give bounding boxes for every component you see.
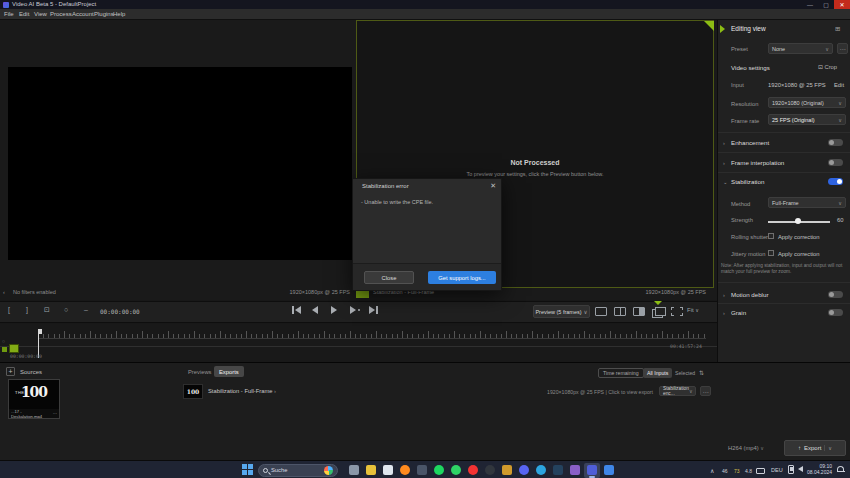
tray-stat-3[interactable]: 4.8: [745, 468, 752, 474]
speaker-icon[interactable]: [798, 466, 803, 472]
strength-slider-knob[interactable]: [795, 218, 801, 224]
export-button[interactable]: ↑ Export ∨: [784, 440, 846, 456]
start-button-icon[interactable]: [242, 464, 253, 475]
chevron-right-icon[interactable]: ›: [723, 310, 725, 316]
whatsapp-icon[interactable]: [448, 463, 464, 478]
skip-start-button[interactable]: [292, 306, 301, 314]
time-remaining-button[interactable]: Time remaining: [598, 368, 644, 378]
menu-file[interactable]: File: [4, 11, 14, 17]
menu-view[interactable]: View: [34, 11, 47, 17]
source-thumbnail[interactable]: THE 100 ...17 - Deskalation.mp4 ⋯: [8, 379, 60, 419]
format-dropdown[interactable]: H264 (mp4) ∨: [728, 445, 764, 451]
language-indicator[interactable]: DEU: [771, 467, 783, 473]
tab-exports[interactable]: Exports: [214, 366, 244, 377]
mail-app-icon[interactable]: [601, 463, 617, 478]
clock[interactable]: 09:10 08.04.2024: [806, 463, 832, 476]
enhancement-section[interactable]: Enhancement: [731, 139, 769, 146]
interpolation-section[interactable]: Frame interpolation: [731, 159, 784, 166]
collapse-left-icon[interactable]: ‹: [3, 289, 5, 295]
view-compare-icon[interactable]: [652, 307, 664, 316]
preset-menu-button[interactable]: ⋯: [837, 43, 848, 54]
chevron-right-icon[interactable]: ›: [723, 140, 725, 146]
resolution-select[interactable]: 1920×1080 (Original) ∨: [768, 97, 846, 108]
notepad-icon[interactable]: [380, 463, 396, 478]
preset-select[interactable]: None ∨: [768, 43, 833, 54]
timeline[interactable]: ○ 00:00:00:00 00:41:57:24: [0, 324, 717, 362]
trim-in-icon[interactable]: [: [8, 306, 10, 313]
playhead-flag[interactable]: [38, 329, 42, 334]
enhancement-toggle[interactable]: [828, 139, 843, 146]
motion-deblur-toggle[interactable]: [828, 291, 843, 298]
video-ai-icon[interactable]: [584, 463, 600, 478]
add-source-button[interactable]: +: [6, 367, 15, 376]
navy-app-icon[interactable]: [550, 463, 566, 478]
grain-toggle[interactable]: [828, 309, 843, 316]
export-info-label[interactable]: 1920×1080px @ 25 FPS | Click to view exp…: [470, 389, 653, 395]
discord-icon[interactable]: [516, 463, 532, 478]
crop-button[interactable]: ⊡ Crop: [818, 64, 837, 70]
steam-icon[interactable]: [482, 463, 498, 478]
jittery-motion-checkbox[interactable]: [768, 250, 774, 256]
dialog-close-icon[interactable]: ✕: [490, 182, 496, 190]
firefox-icon[interactable]: [397, 463, 413, 478]
source-menu-icon[interactable]: ⋯: [53, 411, 57, 416]
tray-overflow-icon[interactable]: ∧: [710, 467, 714, 474]
menu-account[interactable]: Account: [72, 11, 94, 17]
all-inputs-button[interactable]: All Inputs: [643, 368, 672, 378]
view-single-icon[interactable]: [595, 307, 607, 316]
panel-collapse-icon[interactable]: [720, 25, 725, 33]
photos-icon[interactable]: [414, 463, 430, 478]
preview-button[interactable]: Preview (5 frames) ∨: [533, 305, 590, 318]
prev-frame-button[interactable]: [312, 306, 318, 314]
fullscreen-icon[interactable]: [671, 307, 683, 316]
chevron-right-icon[interactable]: ›: [723, 160, 725, 166]
touch-keyboard-icon[interactable]: [756, 468, 765, 474]
framerate-select[interactable]: 25 FPS (Original) ∨: [768, 114, 846, 125]
menu-edit[interactable]: Edit: [19, 11, 29, 17]
skip-end-button[interactable]: [369, 306, 378, 314]
chevron-expanded-icon[interactable]: ⌄: [723, 179, 728, 185]
method-select[interactable]: Full-Frame ∨: [768, 197, 846, 208]
play-processed-button[interactable]: [350, 306, 360, 314]
stabilization-toggle[interactable]: [828, 178, 843, 185]
rolling-shutter-checkbox[interactable]: [768, 233, 774, 239]
fit-dropdown[interactable]: Fit ∨: [687, 307, 699, 313]
play-button[interactable]: [331, 306, 337, 314]
menu-plugins[interactable]: Plugins: [94, 11, 114, 17]
chevron-right-icon[interactable]: ›: [723, 292, 725, 298]
view-sidebyside-icon[interactable]: [633, 307, 645, 316]
notification-bell-icon[interactable]: [837, 466, 844, 472]
layout-grid-icon[interactable]: ⊞: [835, 25, 840, 33]
visual-studio-icon[interactable]: [567, 463, 583, 478]
menu-help[interactable]: Help: [113, 11, 125, 17]
marker-icon[interactable]: ⊡: [44, 306, 50, 314]
get-support-logs-button[interactable]: Get support logs...: [428, 271, 496, 284]
maximize-button[interactable]: ▢: [818, 0, 834, 9]
selected-button[interactable]: Selected: [671, 368, 699, 378]
export-status-select[interactable]: Stabilization enc... ∨: [659, 386, 696, 396]
view-split-icon[interactable]: [614, 307, 626, 316]
menu-process[interactable]: Process: [50, 11, 72, 17]
opera-icon[interactable]: [465, 463, 481, 478]
grain-section[interactable]: Grain: [731, 309, 746, 316]
file-explorer-icon[interactable]: [363, 463, 379, 478]
trim-out-icon[interactable]: ]: [26, 306, 28, 313]
minimize-button[interactable]: —: [802, 0, 818, 9]
task-view-icon[interactable]: [346, 463, 362, 478]
motion-deblur-section[interactable]: Motion deblur: [731, 291, 769, 298]
sort-icon[interactable]: ⇅: [699, 369, 704, 376]
timeline-ruler[interactable]: [38, 330, 706, 339]
export-thumbnail[interactable]: 100: [183, 384, 203, 399]
amber-app-icon[interactable]: [499, 463, 515, 478]
timeline-clip[interactable]: [9, 344, 19, 353]
export-item-label[interactable]: Stabilization - Full-Frame ›: [208, 388, 276, 394]
dialog-close-button[interactable]: Close: [364, 271, 414, 284]
edit-link[interactable]: Edit: [834, 82, 844, 88]
spotify-icon[interactable]: [431, 463, 447, 478]
tray-stat-2[interactable]: 73: [734, 468, 740, 474]
tab-previews[interactable]: Previews: [183, 366, 217, 377]
tray-stat-1[interactable]: 46: [722, 468, 728, 474]
telegram-icon[interactable]: [533, 463, 549, 478]
taskbar-search[interactable]: Suche: [258, 464, 338, 477]
interpolation-toggle[interactable]: [828, 159, 843, 166]
